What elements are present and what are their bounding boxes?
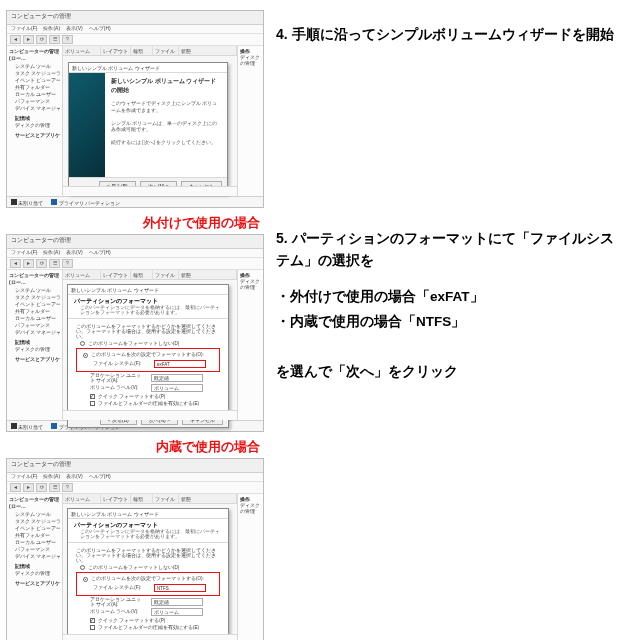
- tree-disk[interactable]: ディスクの管理: [9, 570, 60, 577]
- tree-item[interactable]: ローカル ユーザー: [9, 539, 60, 546]
- toolbar-props-icon[interactable]: ☰: [49, 35, 60, 44]
- volume-table-header: ボリューム レイアウト 種類 ファイル 状態: [63, 494, 237, 504]
- wizard-format-sub: このパーティションにデータを格納するには、最初にパーティションをフォーマットする…: [74, 305, 222, 315]
- tree-item[interactable]: 共有フォルダー: [9, 308, 60, 315]
- tree-disk[interactable]: ディスクの管理: [9, 122, 60, 129]
- checkbox-compress[interactable]: [90, 401, 95, 406]
- caption-external: 外付けで使用の場合: [6, 214, 264, 232]
- toolbar-refresh-icon[interactable]: ⟳: [36, 259, 47, 268]
- select-filesystem[interactable]: exFAT: [154, 360, 206, 368]
- tree-sys[interactable]: システム ツール: [9, 511, 60, 518]
- menu-view[interactable]: 表示(V): [66, 25, 83, 33]
- toolbar-props-icon[interactable]: ☰: [49, 483, 60, 492]
- toolbar-back-icon[interactable]: ◄: [10, 259, 21, 268]
- checkbox-compress[interactable]: [90, 625, 95, 630]
- tree-item[interactable]: タスク スケジューラ: [9, 70, 60, 77]
- step5-heading: 5. パーティションのフォーマットにて「ファイルシステム」の選択を: [276, 228, 614, 271]
- tree-item[interactable]: デバイス マネージャー: [9, 105, 60, 112]
- tree-root[interactable]: コンピューターの管理 (ロー…: [9, 272, 60, 286]
- tree-item[interactable]: ローカル ユーザー: [9, 91, 60, 98]
- toolbar-props-icon[interactable]: ☰: [49, 259, 60, 268]
- disk-mgmt-window-3: コンピューターの管理 ファイル(F) 操作(A) 表示(V) ヘルプ(H) ◄ …: [6, 458, 264, 640]
- input-volumelabel[interactable]: ボリューム: [151, 384, 203, 392]
- wizard-p2: シンプル ボリュームは、単一のディスク上にのみ作成可能です。: [111, 121, 221, 135]
- toolbar-back-icon[interactable]: ◄: [10, 35, 21, 44]
- tree-item[interactable]: パフォーマンス: [9, 98, 60, 105]
- tree-item[interactable]: 共有フォルダー: [9, 84, 60, 91]
- checkbox-quickformat[interactable]: [90, 618, 95, 623]
- tree-storage[interactable]: 記憶域: [9, 339, 60, 346]
- tree-sys[interactable]: システム ツール: [9, 287, 60, 294]
- tree-svc[interactable]: サービスとアプリケーション: [9, 580, 60, 587]
- disk-mgmt-window-2: コンピューターの管理 ファイル(F) 操作(A) 表示(V) ヘルプ(H) ◄ …: [6, 234, 264, 432]
- toolbar-refresh-icon[interactable]: ⟳: [36, 483, 47, 492]
- menu-bar: ファイル(F) 操作(A) 表示(V) ヘルプ(H): [7, 249, 263, 258]
- select-alloc[interactable]: 既定値: [151, 374, 203, 382]
- toolbar-fwd-icon[interactable]: ►: [23, 259, 34, 268]
- tree-item[interactable]: パフォーマンス: [9, 546, 60, 553]
- tree-item[interactable]: ローカル ユーザー: [9, 315, 60, 322]
- radio-noformat[interactable]: [80, 565, 85, 570]
- actions-item[interactable]: ディスクの管理: [240, 54, 261, 66]
- tree-disk[interactable]: ディスクの管理: [9, 346, 60, 353]
- menu-help[interactable]: ヘルプ(H): [89, 249, 111, 257]
- input-volumelabel[interactable]: ボリューム: [151, 608, 203, 616]
- toolbar-back-icon[interactable]: ◄: [10, 483, 21, 492]
- step5-closing: を選んで「次へ」をクリック: [276, 360, 614, 385]
- menu-file[interactable]: ファイル(F): [11, 473, 37, 481]
- tree-svc[interactable]: サービスとアプリケーション: [9, 356, 60, 363]
- tree-item[interactable]: イベント ビューアー: [9, 525, 60, 532]
- actions-pane: 操作 ディスクの管理: [237, 494, 263, 640]
- tree-item[interactable]: タスク スケジューラ: [9, 518, 60, 525]
- toolbar-fwd-icon[interactable]: ►: [23, 35, 34, 44]
- label-volumelabel: ボリューム ラベル(V):: [90, 385, 145, 390]
- menu-file[interactable]: ファイル(F): [11, 25, 37, 33]
- tree-item[interactable]: パフォーマンス: [9, 322, 60, 329]
- radio-format[interactable]: [83, 577, 88, 582]
- checkbox-quickformat[interactable]: [90, 394, 95, 399]
- toolbar-refresh-icon[interactable]: ⟳: [36, 35, 47, 44]
- tree-root[interactable]: コンピューターの管理 (ロー…: [9, 48, 60, 62]
- tree-svc[interactable]: サービスとアプリケーション: [9, 132, 60, 139]
- col-type: 種類: [131, 46, 153, 55]
- toolbar-help-icon[interactable]: ?: [62, 483, 73, 492]
- toolbar-fwd-icon[interactable]: ►: [23, 483, 34, 492]
- opt-noformat: このボリュームをフォーマットしない(D): [88, 565, 179, 570]
- step5-bullet-external: ・外付けで使用の場合「exFAT」: [276, 285, 614, 310]
- menu-help[interactable]: ヘルプ(H): [89, 473, 111, 481]
- menu-view[interactable]: 表示(V): [66, 473, 83, 481]
- tree-item[interactable]: イベント ビューアー: [9, 301, 60, 308]
- menu-help[interactable]: ヘルプ(H): [89, 25, 111, 33]
- tree-item[interactable]: 共有フォルダー: [9, 532, 60, 539]
- select-alloc[interactable]: 既定値: [151, 598, 203, 606]
- window-title: コンピューターの管理: [7, 11, 263, 25]
- menu-file[interactable]: ファイル(F): [11, 249, 37, 257]
- tree-storage[interactable]: 記憶域: [9, 115, 60, 122]
- menu-action[interactable]: 操作(A): [43, 473, 60, 481]
- tool-bar: ◄ ► ⟳ ☰ ?: [7, 258, 263, 270]
- menu-action[interactable]: 操作(A): [43, 25, 60, 33]
- tree-item[interactable]: デバイス マネージャー: [9, 329, 60, 336]
- tree-storage[interactable]: 記憶域: [9, 563, 60, 570]
- tree-item[interactable]: デバイス マネージャー: [9, 553, 60, 560]
- tree-item[interactable]: イベント ビューアー: [9, 77, 60, 84]
- menu-view[interactable]: 表示(V): [66, 249, 83, 257]
- tree-sys[interactable]: システム ツール: [9, 63, 60, 70]
- select-filesystem[interactable]: NTFS: [154, 584, 206, 592]
- center-pane: ボリューム レイアウト 種類 ファイル 状態 新しいシンプル ボリューム ウィザ…: [63, 270, 237, 420]
- tool-bar: ◄ ► ⟳ ☰ ?: [7, 482, 263, 494]
- toolbar-help-icon[interactable]: ?: [62, 259, 73, 268]
- radio-format[interactable]: [83, 353, 88, 358]
- actions-item[interactable]: ディスクの管理: [240, 502, 261, 514]
- step4-heading: 4. 手順に沿ってシンプルボリュームウィザードを開始: [276, 24, 614, 46]
- menu-action[interactable]: 操作(A): [43, 249, 60, 257]
- tool-bar: ◄ ► ⟳ ☰ ?: [7, 34, 263, 46]
- legend-primary-icon: [51, 199, 57, 205]
- simple-volume-wizard-welcome: 新しいシンプル ボリューム ウィザード 新しいシンプル ボリューム ウィザードの…: [68, 62, 228, 194]
- col-fs: ファイル: [153, 46, 179, 55]
- tree-root[interactable]: コンピューターの管理 (ロー…: [9, 496, 60, 510]
- toolbar-help-icon[interactable]: ?: [62, 35, 73, 44]
- tree-item[interactable]: タスク スケジューラ: [9, 294, 60, 301]
- radio-noformat[interactable]: [80, 341, 85, 346]
- actions-item[interactable]: ディスクの管理: [240, 278, 261, 290]
